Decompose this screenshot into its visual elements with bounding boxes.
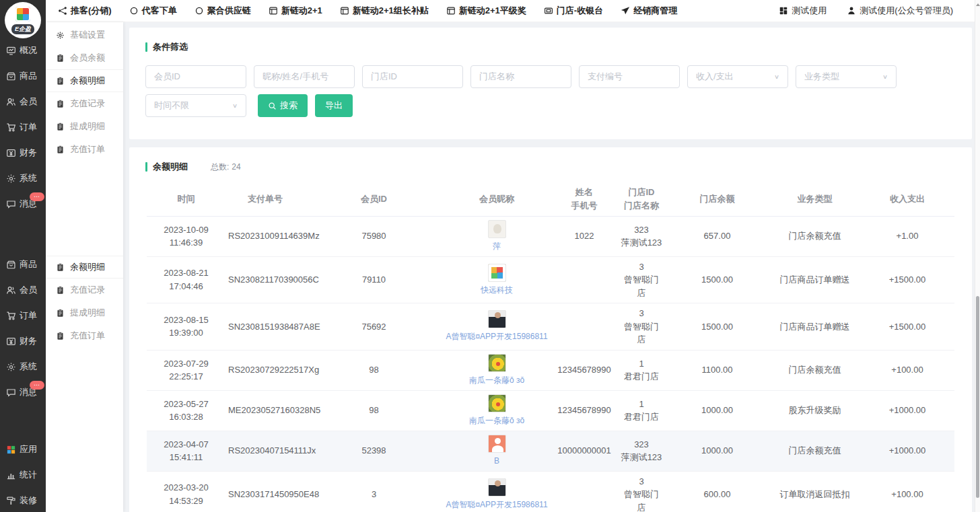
table-row[interactable]: 2023-08-21 17:04:46 SN230821170390056C 7…: [147, 256, 954, 303]
table-header-cell: 业务类型: [769, 182, 860, 216]
top-nav-item[interactable]: 推客(分销): [58, 5, 112, 17]
circle-icon: [129, 6, 139, 15]
sidebar-group-top: 概况 商品 会员 订单 财务: [0, 38, 46, 217]
submenu-item[interactable]: 余额明细: [46, 69, 123, 92]
filter-field[interactable]: 支付编号 ∨: [579, 65, 680, 88]
sidebar-item[interactable]: 装修: [0, 488, 46, 512]
submenu-item[interactable]: 提成明细: [46, 301, 123, 324]
top-nav-item[interactable]: 新链动2+1平级奖: [446, 5, 526, 17]
filter-field[interactable]: 会员ID ∨: [145, 65, 246, 88]
table-row[interactable]: 2023-08-15 19:39:00 SN2308151938487A8E 7…: [147, 303, 954, 351]
member-nickname-link[interactable]: 快远科技: [446, 284, 548, 296]
cell-member-id: 98: [305, 390, 443, 431]
page-scrollbar[interactable]: [975, 0, 980, 512]
sidebar-group-bottom: 应用 统计 装修: [0, 437, 46, 512]
filter-field[interactable]: 门店名称 ∨: [470, 65, 571, 88]
member-nickname-link[interactable]: 南瓜一条藤ǒ зǒ: [446, 414, 548, 427]
cell-member-id: 3: [305, 471, 443, 512]
cell-time: 2023-08-15 19:39:00: [147, 303, 225, 351]
store-id: 1: [621, 398, 662, 411]
top-nav-item[interactable]: 代客下单: [129, 5, 177, 17]
cell-business-type: 门店余额充值: [769, 431, 860, 471]
sidebar-item[interactable]: 商品: [0, 252, 46, 277]
top-nav-item[interactable]: 聚合供应链: [195, 5, 251, 17]
sidebar-item[interactable]: 系统: [0, 354, 46, 379]
top-nav-account-label: 测试使用(公众号管理员): [860, 5, 953, 17]
table-row[interactable]: 2023-03-20 14:53:29 SN2303171450950E48 3…: [147, 471, 954, 512]
cell-amount: +1500.00: [860, 256, 954, 303]
time-range-select[interactable]: 时间不限 ∨: [145, 94, 246, 117]
sidebar-item[interactable]: 订单: [0, 114, 46, 140]
pos-icon: [544, 6, 553, 15]
table-header-cell: 门店余额: [665, 182, 769, 216]
top-nav-item-label: 新链动2+1: [281, 5, 322, 17]
submenu-item[interactable]: 余额明细: [46, 256, 123, 279]
sidebar-item[interactable]: 会员: [0, 89, 46, 114]
submenu-item[interactable]: 充值订单: [46, 324, 123, 347]
top-nav-item[interactable]: 门店-收银台: [544, 5, 603, 17]
submenu-item[interactable]: 提成明细: [46, 115, 123, 138]
cell-pay-no: SN2303171450950E48: [225, 471, 305, 512]
table-row[interactable]: 2023-10-09 11:46:39 RS20231009114639Mz 7…: [147, 216, 954, 256]
cell-business-type: 门店余额充值: [769, 216, 860, 256]
sidebar-item[interactable]: 应用: [0, 437, 46, 462]
total-count-value: 24: [232, 162, 240, 172]
table-row[interactable]: 2023-04-07 15:41:11 RS20230407154111Jx 5…: [147, 431, 954, 471]
top-navigation-bar: 推客(分销) 代客下单 聚合供应链 新链动2+1 新链动2+1组长补贴: [46, 0, 980, 22]
decorate-icon: [6, 496, 16, 506]
submenu-item[interactable]: 充值记录: [46, 279, 123, 301]
member-icon: [6, 97, 16, 107]
cell-pay-no: SN2308151938487A8E: [225, 303, 305, 351]
sidebar-item[interactable]: 消息 ⋯: [0, 191, 46, 217]
scrollbar-thumb[interactable]: [976, 296, 979, 498]
sidebar-item[interactable]: 订单: [0, 303, 46, 328]
top-nav-item[interactable]: 新链动2+1组长补贴: [340, 5, 429, 17]
filter-field[interactable]: 业务类型 ∨: [796, 65, 897, 88]
sidebar-item[interactable]: 概况: [0, 38, 46, 63]
search-button[interactable]: 搜索: [258, 94, 308, 117]
balance-detail-table: 时间支付单号会员ID会员昵称姓名 手机号门店ID 门店名称门店余额业务类型收入支…: [147, 182, 954, 512]
submenu-item-label: 余额明细: [70, 261, 105, 273]
circle-icon: [195, 6, 204, 15]
cell-amount: +100.00: [860, 471, 954, 512]
scroll-up-icon[interactable]: [976, 3, 980, 6]
message-badge: ⋯: [30, 381, 44, 390]
top-nav-account-item[interactable]: 测试使用(公众号管理员): [847, 5, 953, 17]
sidebar-item[interactable]: 财务: [0, 140, 46, 166]
member-nickname-link[interactable]: 南瓜一条藤ǒ зǒ: [446, 374, 548, 386]
member-nickname-link[interactable]: 萍: [446, 240, 548, 252]
member-nickname-link[interactable]: A曾智聪¤APP开发15986811: [446, 499, 548, 511]
top-nav-item[interactable]: 经销商管理: [621, 5, 677, 17]
sidebar-item[interactable]: 会员: [0, 277, 46, 303]
app-logo[interactable]: E企盈: [5, 2, 41, 38]
top-nav-account-item[interactable]: 测试使用: [779, 5, 827, 17]
cell-store-balance: 1500.00: [665, 256, 769, 303]
export-button[interactable]: 导出: [315, 94, 353, 117]
message-icon: [6, 199, 16, 209]
filter-section-title: 条件筛选: [153, 41, 188, 53]
sidebar-item[interactable]: 商品: [0, 63, 46, 89]
filter-field-placeholder: 会员ID: [154, 71, 180, 83]
sidebar-item[interactable]: 统计: [0, 462, 46, 488]
top-nav-item[interactable]: 新链动2+1: [269, 5, 322, 17]
filter-field[interactable]: 昵称/姓名/手机号 ∨: [254, 65, 355, 88]
sidebar-item[interactable]: 系统: [0, 166, 46, 191]
sidebar-item[interactable]: 财务: [0, 328, 46, 354]
filter-field[interactable]: 收入/支出 ∨: [687, 65, 788, 88]
submenu-item[interactable]: 充值记录: [46, 92, 123, 115]
submenu-item[interactable]: 会员余额: [46, 46, 123, 69]
cell-pay-no: RS20230407154111Jx: [225, 431, 305, 471]
submenu-item[interactable]: 充值订单: [46, 138, 123, 161]
filter-field[interactable]: 门店ID ∨: [362, 65, 463, 88]
cell-time: 2023-05-27 16:03:28: [147, 390, 225, 431]
cell-pay-no: SN230821170390056C: [225, 256, 305, 303]
submenu-item[interactable]: 基础设置: [46, 24, 123, 46]
member-nickname-link[interactable]: A曾智聪¤APP开发15986811: [446, 330, 548, 342]
sidebar-item[interactable]: 消息 ⋯: [0, 379, 46, 405]
store-name: 萍测试123: [621, 236, 662, 250]
table-row[interactable]: 2023-05-27 16:03:28 ME20230527160328N5 9…: [147, 390, 954, 431]
member-nickname-link[interactable]: B: [446, 455, 548, 467]
table-row[interactable]: 2023-07-29 22:25:17 RS20230729222517Xg 9…: [147, 350, 954, 390]
filter-field-placeholder: 昵称/姓名/手机号: [262, 71, 328, 83]
cell-time: 2023-03-20 14:53:29: [147, 471, 225, 512]
